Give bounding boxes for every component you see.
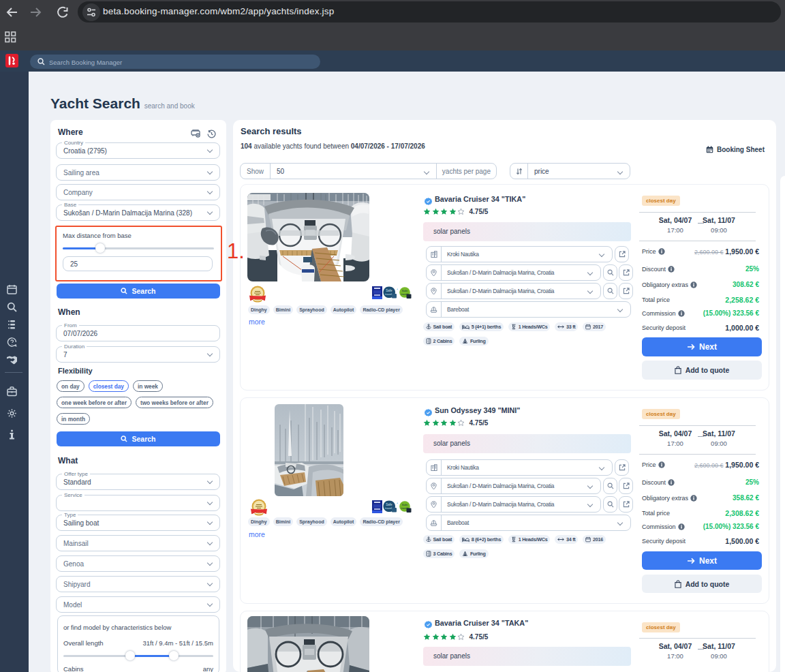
svg-text:Safe: Safe [402, 503, 408, 506]
svg-text:Safe: Safe [402, 289, 408, 292]
